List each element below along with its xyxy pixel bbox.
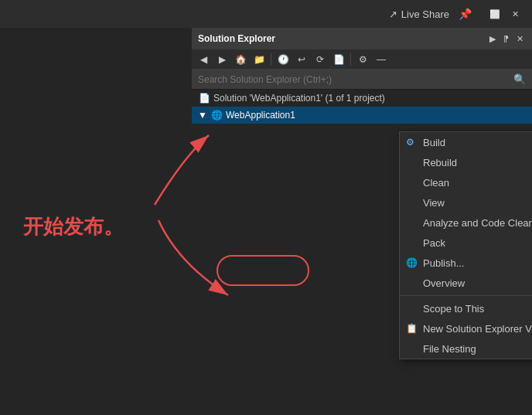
annotation-text: 开始发布。: [23, 213, 124, 240]
solution-label: Solution 'WebApplication1' (1 of 1 proje…: [213, 93, 385, 104]
rebuild-label: Rebuild: [423, 157, 457, 168]
settings-button[interactable]: ⚙: [354, 52, 371, 67]
build-label: Build: [423, 137, 445, 148]
solution-explorer-title: Solution Explorer: [198, 33, 483, 44]
tree-item-project[interactable]: ▼ 🌐 WebApplication1: [192, 107, 532, 124]
sync-button[interactable]: ⟳: [312, 52, 329, 67]
analyze-label: Analyze and Code Cleanup: [423, 217, 532, 229]
new-view-label: New Solution Explorer View: [423, 323, 532, 335]
window-controls: ⬜ ✕: [487, 6, 523, 22]
build-icon: ⚙: [406, 137, 414, 148]
solution-explorer-search: 🔍: [192, 70, 532, 90]
close-panel-icon[interactable]: ✕: [514, 32, 526, 46]
dock-icon[interactable]: ⁋: [501, 32, 511, 46]
forward-button[interactable]: ▶: [213, 52, 230, 67]
project-icon: 🌐: [210, 110, 223, 121]
solution-explorer-panel: Solution Explorer ▶ ⁋ ✕ ◀ ▶ 🏠 📁 🕐 ↩ ⟳ 📄 …: [192, 28, 532, 415]
view-label: View: [423, 197, 445, 209]
new-view-icon: 📋: [406, 323, 418, 334]
search-icon: 🔍: [513, 73, 526, 85]
menu-item-publish[interactable]: 🌐 Publish...: [400, 253, 532, 273]
search-input[interactable]: [198, 74, 509, 85]
menu-separator-1: [400, 295, 532, 296]
undo-button[interactable]: ↩: [293, 52, 310, 67]
pin-icon: 📌: [459, 8, 472, 20]
solution-explorer-tree: 📄 Solution 'WebApplication1' (1 of 1 pro…: [192, 90, 532, 124]
view-button[interactable]: 📄: [330, 52, 347, 67]
maximize-button[interactable]: ⬜: [487, 6, 503, 22]
back-button[interactable]: ◀: [195, 52, 212, 67]
refresh-button[interactable]: 🕐: [275, 52, 292, 67]
menu-item-clean[interactable]: Clean: [400, 172, 532, 192]
solution-explorer-toolbar: ◀ ▶ 🏠 📁 🕐 ↩ ⟳ 📄 ⚙ —: [192, 49, 532, 70]
menu-item-rebuild[interactable]: Rebuild: [400, 152, 532, 172]
pack-label: Pack: [423, 237, 445, 249]
live-share-label: Live Share: [401, 9, 449, 20]
live-share-icon: ↗: [389, 9, 397, 20]
menu-item-pack[interactable]: Pack: [400, 233, 532, 253]
title-icons: ▶ ⁋ ✕: [487, 32, 526, 46]
expand-icon: ▼: [198, 110, 207, 121]
menu-item-new-view[interactable]: 📋 New Solution Explorer View: [400, 318, 532, 338]
collapse-button[interactable]: —: [373, 52, 390, 67]
menu-item-file-nesting[interactable]: File Nesting ▶: [400, 338, 532, 359]
tree-item-solution[interactable]: 📄 Solution 'WebApplication1' (1 of 1 pro…: [192, 90, 532, 107]
file-nesting-label: File Nesting: [423, 343, 476, 355]
scope-label: Scope to This: [423, 303, 484, 315]
menu-item-analyze[interactable]: Analyze and Code Cleanup ▶: [400, 213, 532, 233]
solution-explorer-titlebar: Solution Explorer ▶ ⁋ ✕: [192, 28, 532, 49]
folder-button[interactable]: 📁: [251, 52, 268, 67]
left-sidebar: 开始发布。: [0, 28, 192, 415]
pin-window-icon[interactable]: ▶: [487, 32, 498, 46]
live-share-button[interactable]: ↗ Live Share: [389, 9, 449, 20]
overview-label: Overview: [423, 277, 465, 289]
publish-label: Publish...: [423, 257, 464, 269]
menu-item-view[interactable]: View ▶: [400, 192, 532, 213]
top-bar: ↗ Live Share 📌 ⬜ ✕: [0, 0, 532, 28]
toolbar-separator-2: [350, 53, 351, 66]
home-button[interactable]: 🏠: [232, 52, 249, 67]
context-menu: ⚙ Build Rebuild Clean View ▶ Analyze and…: [399, 131, 532, 359]
toolbar-separator-1: [271, 53, 271, 66]
project-label: WebApplication1: [226, 110, 295, 121]
menu-item-overview[interactable]: Overview: [400, 273, 532, 293]
menu-item-build[interactable]: ⚙ Build: [400, 132, 532, 152]
close-button[interactable]: ✕: [507, 6, 523, 22]
publish-icon: 🌐: [406, 257, 418, 268]
menu-item-scope[interactable]: Scope to This: [400, 298, 532, 318]
solution-icon: 📄: [198, 93, 210, 104]
clean-label: Clean: [423, 177, 449, 189]
